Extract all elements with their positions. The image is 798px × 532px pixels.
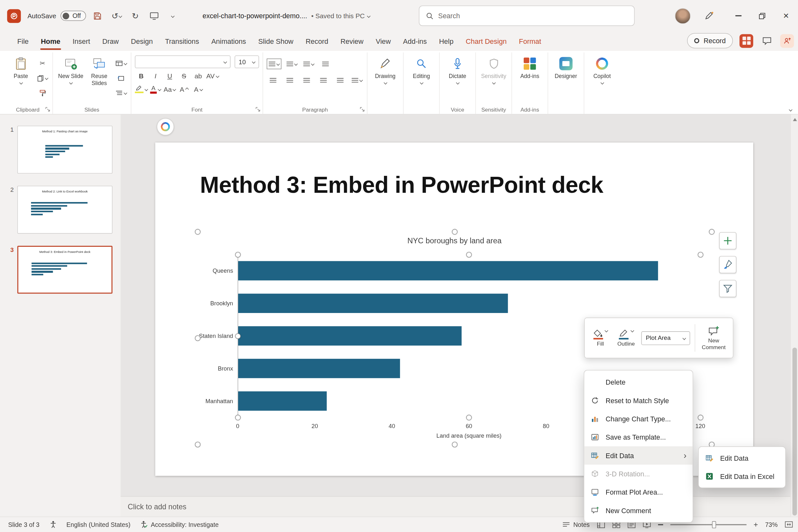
customize-quick-access-button[interactable] bbox=[166, 9, 180, 22]
slide-indicator[interactable]: Slide 3 of 3 bbox=[8, 521, 39, 528]
menu-item-format-plot-area[interactable]: Format Plot Area... bbox=[584, 483, 692, 501]
decrease-font-size-button[interactable]: A bbox=[192, 84, 205, 95]
record-button[interactable]: Record bbox=[687, 33, 733, 48]
selection-handle[interactable] bbox=[698, 415, 703, 420]
tab-help[interactable]: Help bbox=[433, 32, 459, 51]
bar-queens[interactable] bbox=[238, 261, 658, 280]
share-button[interactable] bbox=[780, 34, 794, 48]
copy-button[interactable] bbox=[36, 73, 49, 83]
text-highlight-button[interactable] bbox=[135, 84, 148, 95]
reuse-slides-button[interactable]: Reuse Slides bbox=[85, 53, 114, 87]
designer-button[interactable]: Designer bbox=[552, 53, 580, 80]
fill-button[interactable]: Fill bbox=[590, 329, 611, 347]
tab-record[interactable]: Record bbox=[300, 32, 335, 51]
selection-handle[interactable] bbox=[466, 252, 472, 258]
selection-handle[interactable] bbox=[452, 441, 457, 447]
dictate-button[interactable]: Dictate bbox=[443, 53, 472, 84]
autosave-toggle[interactable]: Off bbox=[61, 11, 86, 21]
tab-add-ins[interactable]: Add-ins bbox=[397, 32, 433, 51]
search-input[interactable] bbox=[438, 12, 628, 19]
scrollbar-thumb[interactable] bbox=[792, 347, 797, 515]
chart-styles-button[interactable] bbox=[719, 256, 736, 273]
menu-item-save-as-template[interactable]: Save as Template... bbox=[584, 428, 692, 446]
selection-handle[interactable] bbox=[235, 252, 241, 258]
search-bar[interactable] bbox=[419, 6, 634, 26]
user-avatar[interactable] bbox=[675, 8, 690, 24]
zoom-level[interactable]: 73% bbox=[765, 521, 778, 528]
selection-handle[interactable] bbox=[195, 335, 201, 341]
menu-item-edit-data[interactable]: Edit Data› bbox=[584, 446, 692, 464]
tab-insert[interactable]: Insert bbox=[66, 32, 96, 51]
convert-to-smartart-button[interactable] bbox=[351, 75, 363, 86]
saved-status[interactable]: • Saved to this PC bbox=[311, 12, 370, 19]
submenu-item-edit-data-in-excel[interactable]: Edit Data in Excel bbox=[699, 467, 785, 485]
slide-thumbnail-2[interactable]: 2Method 2: Link to Excel workbook bbox=[5, 186, 113, 234]
tab-draw[interactable]: Draw bbox=[96, 32, 125, 51]
menu-item-delete[interactable]: Delete bbox=[584, 373, 692, 391]
zoom-in-button[interactable]: + bbox=[754, 521, 758, 529]
menu-item-new-comment[interactable]: New Comment bbox=[584, 501, 692, 519]
align-left-button[interactable] bbox=[300, 75, 313, 86]
character-spacing-button[interactable]: AV bbox=[206, 71, 219, 81]
strikethrough-button[interactable]: S bbox=[178, 71, 191, 81]
format-painter-button[interactable] bbox=[36, 88, 49, 98]
editing-button[interactable]: Editing bbox=[407, 53, 435, 84]
increase-indent-button[interactable] bbox=[284, 75, 297, 86]
tab-slide-show[interactable]: Slide Show bbox=[252, 32, 300, 51]
dialog-launcher-icon[interactable] bbox=[45, 107, 51, 112]
tab-home[interactable]: Home bbox=[35, 32, 66, 51]
new-slide-button[interactable]: New Slide bbox=[57, 53, 85, 84]
selection-handle[interactable] bbox=[195, 229, 201, 235]
selection-handle[interactable] bbox=[235, 415, 241, 420]
restore-button[interactable] bbox=[750, 0, 774, 32]
bullets-button[interactable] bbox=[267, 58, 281, 69]
cut-button[interactable]: ✂ bbox=[36, 58, 49, 69]
selection-handle[interactable] bbox=[698, 252, 703, 258]
selection-handle[interactable] bbox=[452, 229, 457, 235]
redo-button[interactable]: ↻ bbox=[128, 9, 142, 22]
copilot-slide-button[interactable] bbox=[157, 118, 174, 135]
drawing-button[interactable]: Drawing bbox=[371, 53, 399, 84]
text-direction-button[interactable] bbox=[319, 58, 332, 69]
font-size-combo[interactable]: 10 bbox=[235, 56, 259, 69]
selection-handle[interactable] bbox=[235, 333, 241, 339]
selection-handle[interactable] bbox=[709, 229, 715, 235]
close-button[interactable]: × bbox=[774, 0, 798, 32]
increase-font-size-button[interactable]: A bbox=[178, 84, 191, 95]
slide-thumbnail-3[interactable]: 3Method 3: Embed in PowerPoint deck bbox=[5, 246, 113, 294]
start-presentation-button[interactable] bbox=[147, 9, 162, 22]
editor-pen-icon[interactable] bbox=[701, 8, 717, 24]
tab-format[interactable]: Format bbox=[513, 32, 547, 51]
dialog-launcher-icon[interactable] bbox=[360, 107, 365, 112]
copilot-button[interactable]: Copilot bbox=[588, 53, 616, 84]
align-right-button[interactable] bbox=[334, 75, 346, 86]
submenu-item-edit-data[interactable]: Edit Data bbox=[699, 449, 785, 467]
menu-item-change-chart-type[interactable]: Change Chart Type... bbox=[584, 410, 692, 428]
slide-title[interactable]: Method 3: Embed in PowerPoint deck bbox=[200, 172, 603, 198]
outline-button[interactable]: Outline bbox=[615, 329, 636, 347]
zoom-slider[interactable] bbox=[670, 524, 746, 525]
tab-view[interactable]: View bbox=[369, 32, 397, 51]
bar-bronx[interactable] bbox=[238, 359, 400, 378]
decrease-indent-button[interactable] bbox=[267, 75, 280, 86]
bold-button[interactable]: B bbox=[135, 71, 148, 81]
collapse-ribbon-icon[interactable] bbox=[789, 108, 792, 111]
comments-button[interactable] bbox=[760, 34, 774, 48]
bar-staten-island[interactable] bbox=[238, 326, 462, 345]
tab-design[interactable]: Design bbox=[125, 32, 159, 51]
line-spacing-button[interactable] bbox=[302, 58, 315, 69]
tab-animations[interactable]: Animations bbox=[205, 32, 252, 51]
zoom-slider-thumb[interactable] bbox=[712, 521, 716, 528]
tab-transitions[interactable]: Transitions bbox=[159, 32, 205, 51]
selection-handle[interactable] bbox=[466, 415, 472, 420]
undo-button[interactable]: ↺ bbox=[109, 9, 124, 22]
font-color-button[interactable]: A bbox=[149, 84, 162, 95]
dialog-launcher-icon[interactable] bbox=[255, 107, 261, 112]
new-comment-button[interactable]: New Comment bbox=[700, 325, 728, 350]
subscript-button[interactable]: ab bbox=[192, 71, 205, 81]
accessibility-status[interactable]: Accessibility: Investigate bbox=[141, 521, 219, 529]
selection-handle[interactable] bbox=[195, 441, 201, 447]
chart-element-selector[interactable]: Plot Area bbox=[641, 331, 690, 345]
slide-thumbnail-1[interactable]: 1Method 1: Pasting chart as image bbox=[5, 126, 113, 174]
menu-item-reset-to-match-style[interactable]: Reset to Match Style bbox=[584, 391, 692, 410]
